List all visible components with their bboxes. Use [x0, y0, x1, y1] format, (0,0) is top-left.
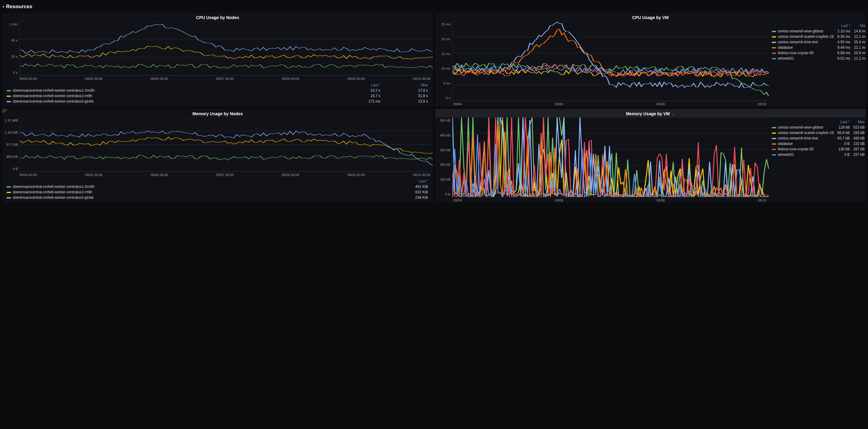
legend-value-last: 9.49 ms: [836, 45, 852, 50]
legend-row[interactable]: database0 B232 kB: [770, 141, 866, 147]
axis-tick: 09/08 00:00: [282, 173, 299, 177]
legend-value-last: 95.8 kB: [836, 130, 852, 135]
panel-title[interactable]: CPU Usage by VM: [435, 13, 866, 21]
panel-title[interactable]: CPU Usage by Nodes: [2, 13, 433, 21]
axis-tick: 09/04 00:00: [19, 173, 37, 177]
chart-plot[interactable]: [19, 21, 433, 75]
legend-value-last: 10.2 s: [328, 88, 382, 93]
y-axis: 500 kB400 kB300 kB200 kB100 kB0 B: [435, 117, 452, 197]
info-icon[interactable]: [2, 109, 8, 114]
legend-header-value[interactable]: Last *: [328, 82, 382, 88]
legend: Last *Maxcentos-stream8-wise-gibbon2.10 …: [769, 21, 866, 106]
legend-swatch: [772, 47, 776, 49]
legend-header-name: [770, 23, 836, 28]
legend-swatch: [7, 101, 11, 102]
section-resources-header[interactable]: ▾ Resources: [2, 2, 866, 13]
legend-series-name: centos-stream9-scarlet-crayfish-19: [778, 34, 834, 39]
legend-row[interactable]: sberensarocentral-cmfw9-worker-centralus…: [5, 99, 430, 104]
y-axis: 25 ms20 ms15 ms10 ms5 ms0 s: [435, 21, 452, 101]
axis-tick: 09/06 00:00: [151, 173, 168, 177]
legend-value-last: 0 B: [836, 141, 852, 147]
legend-row[interactable]: database9.49 ms22.1 ms: [770, 45, 866, 50]
axis-tick: 200 kB: [440, 163, 450, 166]
legend-value-max: 10.9 ms: [852, 50, 866, 56]
legend-header-value[interactable]: Max: [852, 23, 866, 28]
legend-series-name: sberensarocentral-cmfw9-worker-centralus…: [13, 94, 92, 98]
series-line: [453, 29, 769, 76]
legend-value-max: 523 kB: [851, 125, 866, 130]
legend-header-value[interactable]: Last *: [836, 23, 852, 28]
legend-value-max: 11.2 ms: [852, 56, 866, 61]
legend-value-last: 171 ms: [328, 99, 382, 104]
panel-title[interactable]: Memory Usage by Nodes: [2, 109, 433, 117]
legend-row[interactable]: sberensarocentral-cmfw9-worker-centralus…: [5, 93, 430, 99]
legend: Last *Maxcentos-stream8-wise-gibbon129 k…: [769, 117, 866, 203]
chart-plot[interactable]: [20, 117, 433, 172]
legend-swatch: [772, 58, 776, 59]
legend-row[interactable]: centos-stream8-wise-gibbon2.10 ms14.8 ms: [770, 28, 866, 34]
axis-tick: 09/06: [555, 102, 563, 106]
legend-swatch: [772, 127, 776, 128]
legend-row[interactable]: sberensarocentral-cmfw9-worker-centralus…: [5, 88, 430, 93]
legend-value-last: 238 KiB: [365, 195, 430, 200]
legend-row[interactable]: sberensarocentral-cmfw9-worker-centralus…: [5, 195, 430, 200]
legend-value-last: 93.7 kB: [836, 135, 852, 141]
legend-row[interactable]: winweb010 B237 kB: [770, 152, 866, 157]
legend-series-name: database: [778, 45, 793, 50]
legend-row[interactable]: centos-stream9-time-test93.7 kB430 kB: [770, 135, 866, 141]
legend-value-max: 22.1 ms: [852, 45, 866, 50]
legend-value-max: 25.4 ms: [852, 39, 866, 45]
series-line: [20, 137, 433, 153]
legend-value-last: 491 KiB: [365, 184, 430, 189]
series-line: [20, 64, 433, 68]
axis-tick: 1 min: [9, 22, 18, 26]
legend-row[interactable]: sberensarocentral-cmfw9-worker-centralus…: [5, 184, 430, 189]
axis-tick: 09/10 00:00: [413, 173, 430, 177]
legend-swatch: [772, 36, 776, 37]
axis-tick: 09/09 00:00: [347, 77, 365, 81]
series-line: [20, 131, 433, 165]
legend-header-name: [770, 119, 836, 125]
legend-series-name: database: [778, 142, 793, 146]
legend-header-value[interactable]: Last *: [365, 179, 430, 184]
axis-tick: 1.91 MiB: [5, 119, 18, 122]
legend-header-value[interactable]: Max: [382, 82, 430, 88]
legend-row[interactable]: centos-stream9-scarlet-crayfish-1995.8 k…: [770, 130, 866, 135]
legend-row[interactable]: centos-stream9-time-test4.93 ms25.4 ms: [770, 39, 866, 45]
legend-value-last: 2.10 ms: [836, 28, 852, 34]
legend-swatch: [772, 149, 776, 150]
axis-tick: 09/04: [453, 198, 462, 202]
legend-swatch: [7, 186, 11, 188]
legend-row[interactable]: centos-stream9-scarlet-crayfish-198.35 m…: [770, 34, 866, 39]
legend-value-last: 0 B: [836, 152, 852, 157]
axis-tick: 09/08: [657, 198, 665, 202]
axis-tick: 09/10 00:00: [413, 77, 430, 81]
legend-header-value[interactable]: Last *: [836, 119, 852, 125]
axis-tick: 977 KiB: [6, 143, 18, 147]
legend-series-name: centos-stream8-wise-gibbon: [778, 125, 824, 129]
legend-header-name: [5, 179, 365, 184]
panel-grid: CPU Usage by Nodes 1 min40 s20 s0 s: [2, 13, 866, 203]
legend-header-value[interactable]: Max: [851, 119, 866, 125]
legend-row[interactable]: fedora-rose-coyote-55130 kB287 kB: [770, 147, 866, 152]
legend-swatch: [772, 154, 776, 155]
legend-row[interactable]: fedora-rose-coyote-558.68 ms10.9 ms: [770, 50, 866, 56]
chevron-down-icon[interactable]: ⌄: [671, 112, 675, 116]
legend-row[interactable]: centos-stream8-wise-gibbon129 kB523 kB: [770, 125, 866, 130]
legend-series-name: sberensarocentral-cmfw9-worker-centralus…: [13, 195, 93, 200]
axis-tick: 09/05 00:00: [85, 77, 102, 81]
legend-value-max: 287 kB: [851, 147, 866, 152]
legend-value-max: 232 kB: [851, 141, 866, 147]
axis-tick: 100 kB: [440, 178, 450, 181]
legend-row[interactable]: sberensarocentral-cmfw9-worker-centralus…: [5, 189, 430, 195]
axis-tick: 20 ms: [441, 37, 450, 41]
legend-series-name: centos-stream9-time-test: [778, 136, 818, 141]
legend-row[interactable]: winweb019.52 ms11.2 ms: [770, 56, 866, 61]
chart-plot[interactable]: [452, 21, 769, 101]
legend-header-name: [5, 82, 328, 88]
panel-title[interactable]: Memory Usage by VM ⌄: [435, 109, 866, 117]
panel-cpu-nodes: CPU Usage by Nodes 1 min40 s20 s0 s: [2, 13, 433, 106]
chart-plot[interactable]: [452, 117, 769, 197]
legend-value-max: 31.8 s: [382, 93, 430, 99]
legend-series-name: centos-stream9-scarlet-crayfish-19: [778, 131, 834, 135]
